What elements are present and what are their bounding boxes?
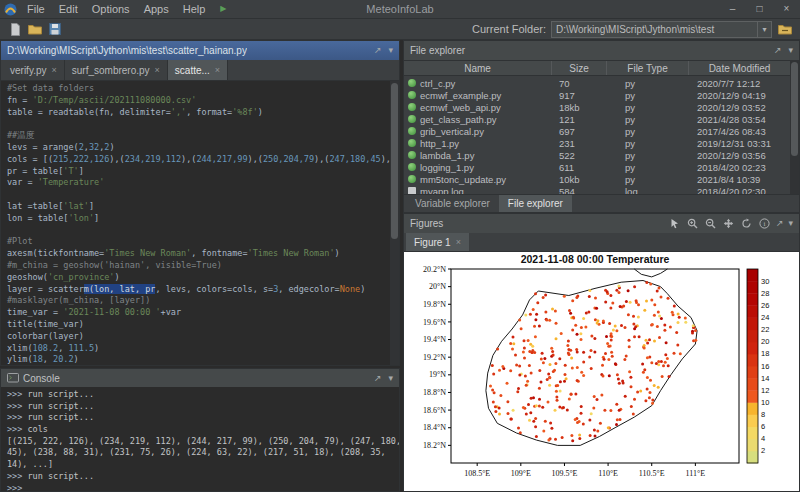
code-line: ##温度	[7, 130, 390, 142]
code-line: #masklayer(m_china, [layer])	[7, 295, 390, 307]
zoom-in-icon[interactable]	[686, 217, 699, 230]
file-date: 2018/4/20 02:23	[689, 162, 790, 173]
close-icon[interactable]: ×	[52, 65, 57, 75]
hide-panel-icon[interactable]: ▾	[788, 46, 793, 55]
console-line: 14), ...]	[7, 459, 399, 471]
horizontal-splitter[interactable]	[0, 366, 400, 368]
console-output[interactable]: >>> run script...>>> run script...>>> ru…	[1, 387, 399, 491]
file-explorer-scrollbar-thumb[interactable]	[791, 62, 798, 156]
minimize-button[interactable]: –	[719, 0, 746, 19]
file-type: py	[607, 150, 689, 161]
file-explorer-header-icons: ↗ ▾	[774, 46, 793, 55]
svg-text:18.4°N: 18.4°N	[423, 423, 446, 432]
select-cursor-icon[interactable]	[668, 217, 681, 230]
hide-panel-icon[interactable]: ▾	[388, 46, 393, 55]
svg-text:19.8°N: 19.8°N	[423, 300, 446, 309]
menu-edit[interactable]: Edit	[52, 0, 85, 18]
float-panel-icon[interactable]: ↗	[374, 46, 382, 55]
file-type: py	[607, 126, 689, 137]
float-panel-icon[interactable]: ↗	[374, 374, 382, 383]
float-panel-icon[interactable]: ↗	[776, 219, 784, 228]
maximize-button[interactable]: □	[746, 0, 773, 19]
browse-folder-button[interactable]	[775, 20, 795, 38]
column-header-file-type[interactable]: File Type	[607, 61, 689, 75]
new-file-icon[interactable]	[5, 20, 25, 38]
save-icon[interactable]	[45, 20, 65, 38]
run-script-icon[interactable]: ▶	[220, 0, 226, 18]
menu-help[interactable]: Help	[176, 0, 213, 18]
file-type: log	[607, 186, 689, 195]
console-icon	[7, 373, 19, 383]
tab-file-explorer[interactable]: File explorer	[499, 195, 572, 212]
figure-toolbar: i ↗ ▾	[668, 217, 793, 230]
column-header-date-modified[interactable]: Date Modified	[689, 61, 790, 75]
editor-header: D:\Working\MIScript\Jython\mis\test\scat…	[1, 41, 399, 60]
code-line: #m_china = geoshow('hainan', visible=Tru…	[7, 260, 390, 272]
svg-text:2: 2	[761, 446, 765, 455]
close-button[interactable]: ×	[773, 0, 800, 19]
menu-options[interactable]: Options	[85, 0, 137, 18]
python-file-icon	[408, 115, 416, 123]
tab-variable-explorer[interactable]: Variable explorer	[406, 195, 499, 212]
code-line: colorbar(layer)	[7, 331, 390, 343]
menu-file[interactable]: File	[20, 0, 52, 18]
close-icon[interactable]: ×	[215, 65, 220, 75]
file-size: 70	[552, 78, 607, 89]
file-explorer-scrollbar	[790, 60, 799, 194]
code-line: lat =table['lat']	[7, 201, 390, 213]
file-name-cell: lambda_1.py	[404, 150, 552, 161]
file-type: py	[607, 162, 689, 173]
file-name: ecmwf_web_api.py	[420, 102, 501, 113]
editor-tab[interactable]: scatte...×	[168, 60, 228, 80]
menu-apps[interactable]: Apps	[137, 0, 176, 18]
float-panel-icon[interactable]: ↗	[774, 46, 782, 55]
console-line: >>>	[7, 483, 399, 492]
figure-tabbar: Figure 1 ×	[404, 233, 799, 252]
file-row[interactable]: http_1.py231py2019/12/31 03:31	[404, 137, 790, 149]
svg-text:19.4°N: 19.4°N	[423, 335, 446, 344]
code-line: geoshow('cn_province')	[7, 272, 390, 284]
app-logo-icon	[4, 2, 18, 16]
figure-tab[interactable]: Figure 1 ×	[406, 233, 469, 251]
column-header-size[interactable]: Size	[552, 61, 607, 75]
code-area[interactable]: #Set data foldersfn = 'D:/Temp/ascii/202…	[1, 81, 390, 365]
file-row[interactable]: mm5tonc_update.py10kbpy2021/8/4 10:39	[404, 173, 790, 185]
current-folder-input[interactable]	[552, 22, 757, 37]
file-row[interactable]: logging_1.py611py2018/4/20 02:23	[404, 161, 790, 173]
close-icon[interactable]: ×	[155, 65, 160, 75]
svg-text:12: 12	[761, 386, 769, 395]
file-size: 18kb	[552, 102, 607, 113]
hide-panel-icon[interactable]: ▾	[788, 219, 793, 228]
menu-bar: FileEditOptionsAppsHelp ▶ MeteoInfoLab –…	[0, 0, 800, 19]
editor-scrollbar-thumb[interactable]	[391, 83, 398, 239]
info-icon[interactable]: i	[758, 217, 771, 230]
file-row[interactable]: lambda_1.py522py2020/12/9 03:56	[404, 149, 790, 161]
svg-text:108.5°E: 108.5°E	[464, 469, 490, 478]
file-size: 584	[552, 186, 607, 195]
figure-canvas[interactable]: 2021-11-08 00:00 Temperature20.2°N20°N19…	[404, 252, 799, 491]
chevron-down-icon[interactable]: ▾	[757, 22, 771, 37]
svg-text:16: 16	[761, 362, 769, 371]
rotate-icon[interactable]	[740, 217, 753, 230]
column-header-name[interactable]: Name	[404, 61, 552, 75]
figure-svg: 2021-11-08 00:00 Temperature20.2°N20°N19…	[404, 252, 800, 492]
file-row[interactable]: ecmwf_example.py917py2020/12/9 04:19	[404, 89, 790, 101]
editor-tab[interactable]: surf_sombrero.py×	[65, 60, 168, 80]
close-icon[interactable]: ×	[456, 237, 461, 247]
file-row[interactable]: get_class_path.py121py2021/4/28 03:54	[404, 113, 790, 125]
svg-text:24: 24	[761, 313, 769, 322]
editor-tab[interactable]: verify.py×	[3, 60, 65, 80]
pan-icon[interactable]	[722, 217, 735, 230]
file-type: py	[607, 174, 689, 185]
file-row[interactable]: grib_vertical.py697py2017/4/26 08:43	[404, 125, 790, 137]
file-name-cell: ecmwf_web_api.py	[404, 102, 552, 113]
hide-panel-icon[interactable]: ▾	[388, 374, 393, 383]
file-name: myapp.log	[420, 186, 464, 195]
file-row[interactable]: ctrl_c.py70py2020/7/7 12:12	[404, 77, 790, 89]
code-line: axesm(tickfontname='Times New Roman', fo…	[7, 248, 390, 260]
file-row[interactable]: ecmwf_web_api.py18kbpy2020/12/9 03:52	[404, 101, 790, 113]
open-folder-icon[interactable]	[25, 20, 45, 38]
figures-header: Figures i ↗	[404, 214, 799, 233]
file-row[interactable]: myapp.log584log2018/4/20 02:30	[404, 185, 790, 194]
zoom-out-icon[interactable]	[704, 217, 717, 230]
